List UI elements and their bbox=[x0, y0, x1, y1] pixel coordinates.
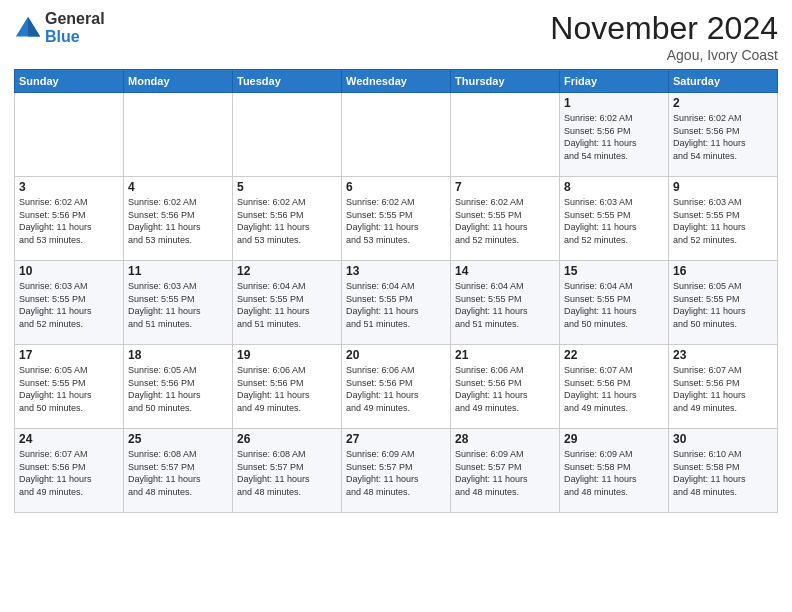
day-info: Sunrise: 6:02 AMSunset: 5:55 PMDaylight:… bbox=[455, 196, 555, 246]
logo-text: General Blue bbox=[45, 10, 105, 45]
day-cell: 30Sunrise: 6:10 AMSunset: 5:58 PMDayligh… bbox=[669, 429, 778, 513]
day-cell: 16Sunrise: 6:05 AMSunset: 5:55 PMDayligh… bbox=[669, 261, 778, 345]
day-info: Sunrise: 6:04 AMSunset: 5:55 PMDaylight:… bbox=[455, 280, 555, 330]
day-info: Sunrise: 6:05 AMSunset: 5:55 PMDaylight:… bbox=[673, 280, 773, 330]
day-cell: 5Sunrise: 6:02 AMSunset: 5:56 PMDaylight… bbox=[233, 177, 342, 261]
day-cell: 20Sunrise: 6:06 AMSunset: 5:56 PMDayligh… bbox=[342, 345, 451, 429]
day-number: 24 bbox=[19, 432, 119, 446]
day-number: 29 bbox=[564, 432, 664, 446]
day-number: 6 bbox=[346, 180, 446, 194]
day-cell bbox=[124, 93, 233, 177]
month-title: November 2024 bbox=[550, 10, 778, 47]
day-info: Sunrise: 6:04 AMSunset: 5:55 PMDaylight:… bbox=[237, 280, 337, 330]
day-cell: 23Sunrise: 6:07 AMSunset: 5:56 PMDayligh… bbox=[669, 345, 778, 429]
day-cell: 4Sunrise: 6:02 AMSunset: 5:56 PMDaylight… bbox=[124, 177, 233, 261]
calendar-header: SundayMondayTuesdayWednesdayThursdayFrid… bbox=[15, 70, 778, 93]
day-info: Sunrise: 6:07 AMSunset: 5:56 PMDaylight:… bbox=[19, 448, 119, 498]
day-cell: 28Sunrise: 6:09 AMSunset: 5:57 PMDayligh… bbox=[451, 429, 560, 513]
logo: General Blue bbox=[14, 10, 105, 45]
day-info: Sunrise: 6:03 AMSunset: 5:55 PMDaylight:… bbox=[673, 196, 773, 246]
weekday-header-tuesday: Tuesday bbox=[233, 70, 342, 93]
day-cell bbox=[342, 93, 451, 177]
weekday-header-monday: Monday bbox=[124, 70, 233, 93]
weekday-header-sunday: Sunday bbox=[15, 70, 124, 93]
day-cell bbox=[233, 93, 342, 177]
day-number: 28 bbox=[455, 432, 555, 446]
logo-general: General bbox=[45, 10, 105, 28]
day-number: 10 bbox=[19, 264, 119, 278]
week-row-3: 10Sunrise: 6:03 AMSunset: 5:55 PMDayligh… bbox=[15, 261, 778, 345]
day-cell bbox=[15, 93, 124, 177]
day-cell: 6Sunrise: 6:02 AMSunset: 5:55 PMDaylight… bbox=[342, 177, 451, 261]
day-info: Sunrise: 6:06 AMSunset: 5:56 PMDaylight:… bbox=[346, 364, 446, 414]
day-cell: 8Sunrise: 6:03 AMSunset: 5:55 PMDaylight… bbox=[560, 177, 669, 261]
day-number: 25 bbox=[128, 432, 228, 446]
day-number: 17 bbox=[19, 348, 119, 362]
weekday-row: SundayMondayTuesdayWednesdayThursdayFrid… bbox=[15, 70, 778, 93]
day-number: 9 bbox=[673, 180, 773, 194]
day-cell: 11Sunrise: 6:03 AMSunset: 5:55 PMDayligh… bbox=[124, 261, 233, 345]
day-info: Sunrise: 6:08 AMSunset: 5:57 PMDaylight:… bbox=[237, 448, 337, 498]
day-cell: 3Sunrise: 6:02 AMSunset: 5:56 PMDaylight… bbox=[15, 177, 124, 261]
day-cell: 10Sunrise: 6:03 AMSunset: 5:55 PMDayligh… bbox=[15, 261, 124, 345]
day-number: 19 bbox=[237, 348, 337, 362]
day-cell bbox=[451, 93, 560, 177]
day-cell: 24Sunrise: 6:07 AMSunset: 5:56 PMDayligh… bbox=[15, 429, 124, 513]
week-row-2: 3Sunrise: 6:02 AMSunset: 5:56 PMDaylight… bbox=[15, 177, 778, 261]
title-block: November 2024 Agou, Ivory Coast bbox=[550, 10, 778, 63]
svg-marker-1 bbox=[28, 16, 40, 36]
logo-blue: Blue bbox=[45, 28, 105, 46]
day-number: 2 bbox=[673, 96, 773, 110]
day-cell: 25Sunrise: 6:08 AMSunset: 5:57 PMDayligh… bbox=[124, 429, 233, 513]
day-number: 11 bbox=[128, 264, 228, 278]
day-cell: 2Sunrise: 6:02 AMSunset: 5:56 PMDaylight… bbox=[669, 93, 778, 177]
day-info: Sunrise: 6:03 AMSunset: 5:55 PMDaylight:… bbox=[19, 280, 119, 330]
day-number: 26 bbox=[237, 432, 337, 446]
day-cell: 21Sunrise: 6:06 AMSunset: 5:56 PMDayligh… bbox=[451, 345, 560, 429]
day-info: Sunrise: 6:02 AMSunset: 5:56 PMDaylight:… bbox=[237, 196, 337, 246]
day-cell: 12Sunrise: 6:04 AMSunset: 5:55 PMDayligh… bbox=[233, 261, 342, 345]
day-info: Sunrise: 6:04 AMSunset: 5:55 PMDaylight:… bbox=[564, 280, 664, 330]
day-info: Sunrise: 6:09 AMSunset: 5:58 PMDaylight:… bbox=[564, 448, 664, 498]
calendar-body: 1Sunrise: 6:02 AMSunset: 5:56 PMDaylight… bbox=[15, 93, 778, 513]
day-cell: 26Sunrise: 6:08 AMSunset: 5:57 PMDayligh… bbox=[233, 429, 342, 513]
day-info: Sunrise: 6:10 AMSunset: 5:58 PMDaylight:… bbox=[673, 448, 773, 498]
day-number: 20 bbox=[346, 348, 446, 362]
header: General Blue November 2024 Agou, Ivory C… bbox=[14, 10, 778, 63]
week-row-1: 1Sunrise: 6:02 AMSunset: 5:56 PMDaylight… bbox=[15, 93, 778, 177]
day-info: Sunrise: 6:09 AMSunset: 5:57 PMDaylight:… bbox=[455, 448, 555, 498]
day-cell: 13Sunrise: 6:04 AMSunset: 5:55 PMDayligh… bbox=[342, 261, 451, 345]
day-number: 5 bbox=[237, 180, 337, 194]
calendar-page: General Blue November 2024 Agou, Ivory C… bbox=[0, 0, 792, 612]
day-number: 22 bbox=[564, 348, 664, 362]
day-cell: 9Sunrise: 6:03 AMSunset: 5:55 PMDaylight… bbox=[669, 177, 778, 261]
week-row-5: 24Sunrise: 6:07 AMSunset: 5:56 PMDayligh… bbox=[15, 429, 778, 513]
day-info: Sunrise: 6:09 AMSunset: 5:57 PMDaylight:… bbox=[346, 448, 446, 498]
day-number: 30 bbox=[673, 432, 773, 446]
logo-icon bbox=[14, 14, 42, 42]
day-info: Sunrise: 6:07 AMSunset: 5:56 PMDaylight:… bbox=[673, 364, 773, 414]
day-info: Sunrise: 6:03 AMSunset: 5:55 PMDaylight:… bbox=[128, 280, 228, 330]
day-cell: 29Sunrise: 6:09 AMSunset: 5:58 PMDayligh… bbox=[560, 429, 669, 513]
day-number: 4 bbox=[128, 180, 228, 194]
day-info: Sunrise: 6:08 AMSunset: 5:57 PMDaylight:… bbox=[128, 448, 228, 498]
day-number: 18 bbox=[128, 348, 228, 362]
day-info: Sunrise: 6:02 AMSunset: 5:56 PMDaylight:… bbox=[128, 196, 228, 246]
day-cell: 18Sunrise: 6:05 AMSunset: 5:56 PMDayligh… bbox=[124, 345, 233, 429]
day-info: Sunrise: 6:06 AMSunset: 5:56 PMDaylight:… bbox=[455, 364, 555, 414]
day-number: 27 bbox=[346, 432, 446, 446]
day-number: 15 bbox=[564, 264, 664, 278]
day-info: Sunrise: 6:02 AMSunset: 5:56 PMDaylight:… bbox=[19, 196, 119, 246]
day-cell: 19Sunrise: 6:06 AMSunset: 5:56 PMDayligh… bbox=[233, 345, 342, 429]
day-info: Sunrise: 6:03 AMSunset: 5:55 PMDaylight:… bbox=[564, 196, 664, 246]
day-info: Sunrise: 6:06 AMSunset: 5:56 PMDaylight:… bbox=[237, 364, 337, 414]
weekday-header-saturday: Saturday bbox=[669, 70, 778, 93]
day-number: 21 bbox=[455, 348, 555, 362]
day-info: Sunrise: 6:02 AMSunset: 5:55 PMDaylight:… bbox=[346, 196, 446, 246]
day-number: 13 bbox=[346, 264, 446, 278]
day-number: 3 bbox=[19, 180, 119, 194]
day-number: 16 bbox=[673, 264, 773, 278]
day-info: Sunrise: 6:05 AMSunset: 5:56 PMDaylight:… bbox=[128, 364, 228, 414]
day-info: Sunrise: 6:02 AMSunset: 5:56 PMDaylight:… bbox=[673, 112, 773, 162]
day-cell: 14Sunrise: 6:04 AMSunset: 5:55 PMDayligh… bbox=[451, 261, 560, 345]
